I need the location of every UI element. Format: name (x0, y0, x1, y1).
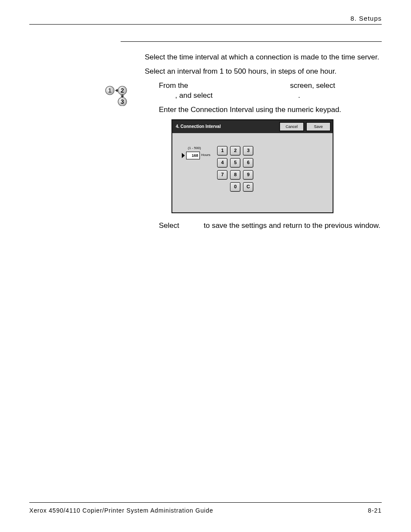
step-1: From the ________________________ screen… (145, 81, 382, 91)
step-text: From the (159, 81, 188, 90)
key-9[interactable]: 9 (243, 170, 253, 180)
svg-text:3: 3 (121, 98, 124, 105)
key-4[interactable]: 4 (217, 158, 227, 168)
triangle-icon (182, 153, 185, 158)
embedded-screenshot: 4. Connection Interval Cancel Save (1 - … (171, 119, 333, 213)
key-3[interactable]: 3 (243, 146, 253, 156)
step-2: Enter the Connection Interval using the … (145, 105, 382, 115)
section-rule (121, 41, 382, 42)
dialog-header: 4. Connection Interval Cancel Save (172, 120, 333, 133)
header-rule (29, 24, 382, 25)
footer-doc-title: Xerox 4590/4110 Copier/Printer System Ad… (29, 507, 213, 514)
numeric-keypad: 1 2 3 4 5 6 7 8 9 0 C (217, 146, 253, 192)
input-row: 168 Hours (182, 152, 210, 159)
key-8[interactable]: 8 (230, 170, 240, 180)
unit-label: Hours (201, 153, 210, 158)
key-0[interactable]: 0 (230, 182, 240, 192)
value-area: (1 - 500) 168 Hours (182, 146, 210, 159)
key-6[interactable]: 6 (243, 158, 253, 168)
cancel-button[interactable]: Cancel (279, 122, 304, 131)
step-text: to save the settings and return to the p… (204, 221, 380, 230)
interval-input[interactable]: 168 (186, 152, 200, 159)
key-clear[interactable]: C (243, 182, 253, 192)
step-list: Select _____ to save the settings and re… (145, 221, 382, 231)
step-text: Enter the Connection Interval using the … (159, 106, 341, 114)
paragraph: Select the time interval at which a conn… (145, 53, 382, 62)
key-5[interactable]: 5 (230, 158, 240, 168)
step-3: Select _____ to save the settings and re… (145, 221, 382, 231)
footer-rule (29, 502, 382, 503)
main-content: Select the time interval at which a conn… (145, 53, 382, 234)
save-button[interactable]: Save (306, 122, 331, 131)
key-1[interactable]: 1 (217, 146, 227, 156)
paragraph: Select an interval from 1 to 500 hours, … (145, 67, 382, 77)
page-header-chapter: 8. Setups (351, 15, 382, 22)
steps-icon: 1 2 3 (105, 85, 132, 106)
svg-text:1: 1 (108, 87, 112, 94)
step-text: , and select (175, 91, 213, 100)
step-text: . (298, 91, 300, 100)
footer-page-number: 8-21 (368, 507, 382, 514)
key-2[interactable]: 2 (230, 146, 240, 156)
step-text: Select (159, 221, 179, 230)
dialog-body: (1 - 500) 168 Hours 1 2 3 4 5 6 7 8 (172, 133, 333, 212)
step-1-continued: ____ , and select ____________________ . (145, 91, 382, 101)
step-list: From the ________________________ screen… (145, 81, 382, 91)
step-list: Enter the Connection Interval using the … (145, 105, 382, 115)
range-label: (1 - 500) (188, 146, 201, 151)
key-7[interactable]: 7 (217, 170, 227, 180)
dialog-title: 4. Connection Interval (176, 124, 277, 130)
dialog-connection-interval: 4. Connection Interval Cancel Save (1 - … (171, 119, 333, 213)
svg-text:2: 2 (121, 87, 124, 94)
step-text: screen, select (290, 81, 335, 90)
